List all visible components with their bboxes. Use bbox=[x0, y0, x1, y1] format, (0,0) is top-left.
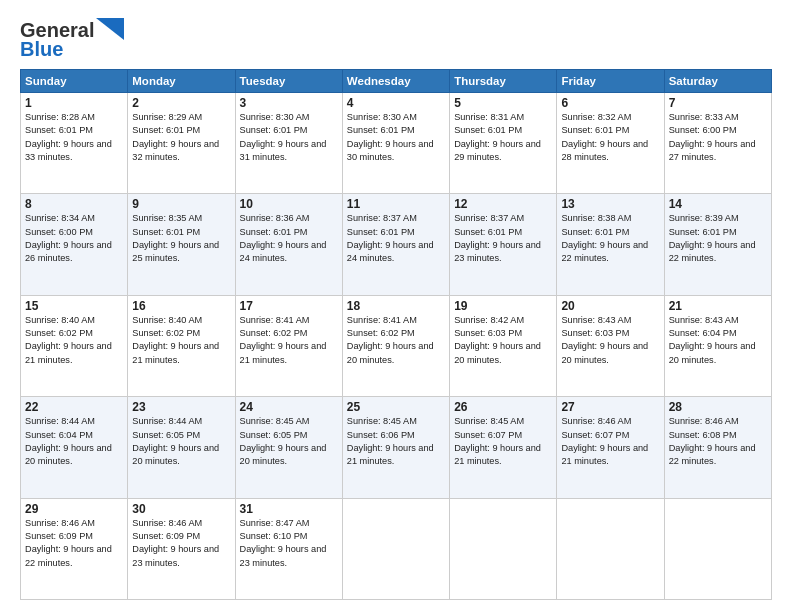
calendar-cell: 15Sunrise: 8:40 AMSunset: 6:02 PMDayligh… bbox=[21, 295, 128, 396]
col-header-monday: Monday bbox=[128, 70, 235, 93]
calendar-cell: 3Sunrise: 8:30 AMSunset: 6:01 PMDaylight… bbox=[235, 93, 342, 194]
calendar-table: SundayMondayTuesdayWednesdayThursdayFrid… bbox=[20, 69, 772, 600]
day-number: 10 bbox=[240, 197, 338, 211]
logo-blue: Blue bbox=[20, 38, 63, 61]
calendar-cell: 1Sunrise: 8:28 AMSunset: 6:01 PMDaylight… bbox=[21, 93, 128, 194]
day-number: 9 bbox=[132, 197, 230, 211]
day-info: Sunrise: 8:44 AMSunset: 6:04 PMDaylight:… bbox=[25, 415, 123, 468]
calendar-cell: 26Sunrise: 8:45 AMSunset: 6:07 PMDayligh… bbox=[450, 397, 557, 498]
calendar-cell: 13Sunrise: 8:38 AMSunset: 6:01 PMDayligh… bbox=[557, 194, 664, 295]
day-info: Sunrise: 8:33 AMSunset: 6:00 PMDaylight:… bbox=[669, 111, 767, 164]
calendar-cell bbox=[342, 498, 449, 599]
day-number: 19 bbox=[454, 299, 552, 313]
day-number: 26 bbox=[454, 400, 552, 414]
day-number: 16 bbox=[132, 299, 230, 313]
day-number: 12 bbox=[454, 197, 552, 211]
calendar-week-5: 29Sunrise: 8:46 AMSunset: 6:09 PMDayligh… bbox=[21, 498, 772, 599]
day-info: Sunrise: 8:32 AMSunset: 6:01 PMDaylight:… bbox=[561, 111, 659, 164]
calendar-cell bbox=[557, 498, 664, 599]
calendar-cell: 7Sunrise: 8:33 AMSunset: 6:00 PMDaylight… bbox=[664, 93, 771, 194]
calendar-week-3: 15Sunrise: 8:40 AMSunset: 6:02 PMDayligh… bbox=[21, 295, 772, 396]
day-info: Sunrise: 8:46 AMSunset: 6:07 PMDaylight:… bbox=[561, 415, 659, 468]
col-header-thursday: Thursday bbox=[450, 70, 557, 93]
day-number: 1 bbox=[25, 96, 123, 110]
day-number: 7 bbox=[669, 96, 767, 110]
day-info: Sunrise: 8:31 AMSunset: 6:01 PMDaylight:… bbox=[454, 111, 552, 164]
day-number: 28 bbox=[669, 400, 767, 414]
day-number: 23 bbox=[132, 400, 230, 414]
day-info: Sunrise: 8:41 AMSunset: 6:02 PMDaylight:… bbox=[347, 314, 445, 367]
day-info: Sunrise: 8:30 AMSunset: 6:01 PMDaylight:… bbox=[240, 111, 338, 164]
day-number: 2 bbox=[132, 96, 230, 110]
calendar-header-row: SundayMondayTuesdayWednesdayThursdayFrid… bbox=[21, 70, 772, 93]
calendar-cell: 31Sunrise: 8:47 AMSunset: 6:10 PMDayligh… bbox=[235, 498, 342, 599]
day-info: Sunrise: 8:41 AMSunset: 6:02 PMDaylight:… bbox=[240, 314, 338, 367]
calendar-cell: 27Sunrise: 8:46 AMSunset: 6:07 PMDayligh… bbox=[557, 397, 664, 498]
calendar-cell: 23Sunrise: 8:44 AMSunset: 6:05 PMDayligh… bbox=[128, 397, 235, 498]
day-info: Sunrise: 8:29 AMSunset: 6:01 PMDaylight:… bbox=[132, 111, 230, 164]
calendar-cell bbox=[664, 498, 771, 599]
day-info: Sunrise: 8:46 AMSunset: 6:08 PMDaylight:… bbox=[669, 415, 767, 468]
calendar-cell: 25Sunrise: 8:45 AMSunset: 6:06 PMDayligh… bbox=[342, 397, 449, 498]
day-info: Sunrise: 8:45 AMSunset: 6:05 PMDaylight:… bbox=[240, 415, 338, 468]
day-info: Sunrise: 8:36 AMSunset: 6:01 PMDaylight:… bbox=[240, 212, 338, 265]
svg-marker-0 bbox=[96, 18, 124, 40]
day-number: 13 bbox=[561, 197, 659, 211]
calendar-cell: 29Sunrise: 8:46 AMSunset: 6:09 PMDayligh… bbox=[21, 498, 128, 599]
calendar-cell: 28Sunrise: 8:46 AMSunset: 6:08 PMDayligh… bbox=[664, 397, 771, 498]
day-info: Sunrise: 8:44 AMSunset: 6:05 PMDaylight:… bbox=[132, 415, 230, 468]
day-number: 31 bbox=[240, 502, 338, 516]
day-number: 30 bbox=[132, 502, 230, 516]
day-number: 8 bbox=[25, 197, 123, 211]
calendar-cell: 9Sunrise: 8:35 AMSunset: 6:01 PMDaylight… bbox=[128, 194, 235, 295]
day-number: 18 bbox=[347, 299, 445, 313]
calendar-cell: 18Sunrise: 8:41 AMSunset: 6:02 PMDayligh… bbox=[342, 295, 449, 396]
calendar-cell bbox=[450, 498, 557, 599]
day-info: Sunrise: 8:37 AMSunset: 6:01 PMDaylight:… bbox=[347, 212, 445, 265]
day-number: 15 bbox=[25, 299, 123, 313]
calendar-cell: 17Sunrise: 8:41 AMSunset: 6:02 PMDayligh… bbox=[235, 295, 342, 396]
day-info: Sunrise: 8:34 AMSunset: 6:00 PMDaylight:… bbox=[25, 212, 123, 265]
col-header-wednesday: Wednesday bbox=[342, 70, 449, 93]
col-header-sunday: Sunday bbox=[21, 70, 128, 93]
day-number: 20 bbox=[561, 299, 659, 313]
day-number: 4 bbox=[347, 96, 445, 110]
calendar-cell: 11Sunrise: 8:37 AMSunset: 6:01 PMDayligh… bbox=[342, 194, 449, 295]
calendar-cell: 2Sunrise: 8:29 AMSunset: 6:01 PMDaylight… bbox=[128, 93, 235, 194]
calendar-cell: 10Sunrise: 8:36 AMSunset: 6:01 PMDayligh… bbox=[235, 194, 342, 295]
day-number: 24 bbox=[240, 400, 338, 414]
calendar-cell: 21Sunrise: 8:43 AMSunset: 6:04 PMDayligh… bbox=[664, 295, 771, 396]
day-info: Sunrise: 8:40 AMSunset: 6:02 PMDaylight:… bbox=[25, 314, 123, 367]
calendar-cell: 30Sunrise: 8:46 AMSunset: 6:09 PMDayligh… bbox=[128, 498, 235, 599]
day-number: 22 bbox=[25, 400, 123, 414]
day-info: Sunrise: 8:45 AMSunset: 6:06 PMDaylight:… bbox=[347, 415, 445, 468]
day-number: 29 bbox=[25, 502, 123, 516]
logo-icon bbox=[96, 18, 124, 40]
day-number: 5 bbox=[454, 96, 552, 110]
calendar-cell: 24Sunrise: 8:45 AMSunset: 6:05 PMDayligh… bbox=[235, 397, 342, 498]
col-header-saturday: Saturday bbox=[664, 70, 771, 93]
day-info: Sunrise: 8:28 AMSunset: 6:01 PMDaylight:… bbox=[25, 111, 123, 164]
logo: General Blue bbox=[20, 18, 124, 61]
day-number: 14 bbox=[669, 197, 767, 211]
day-info: Sunrise: 8:46 AMSunset: 6:09 PMDaylight:… bbox=[132, 517, 230, 570]
day-number: 25 bbox=[347, 400, 445, 414]
day-info: Sunrise: 8:39 AMSunset: 6:01 PMDaylight:… bbox=[669, 212, 767, 265]
calendar-week-4: 22Sunrise: 8:44 AMSunset: 6:04 PMDayligh… bbox=[21, 397, 772, 498]
calendar-cell: 6Sunrise: 8:32 AMSunset: 6:01 PMDaylight… bbox=[557, 93, 664, 194]
col-header-friday: Friday bbox=[557, 70, 664, 93]
day-info: Sunrise: 8:46 AMSunset: 6:09 PMDaylight:… bbox=[25, 517, 123, 570]
day-info: Sunrise: 8:42 AMSunset: 6:03 PMDaylight:… bbox=[454, 314, 552, 367]
day-info: Sunrise: 8:30 AMSunset: 6:01 PMDaylight:… bbox=[347, 111, 445, 164]
day-number: 6 bbox=[561, 96, 659, 110]
calendar-cell: 12Sunrise: 8:37 AMSunset: 6:01 PMDayligh… bbox=[450, 194, 557, 295]
calendar-week-1: 1Sunrise: 8:28 AMSunset: 6:01 PMDaylight… bbox=[21, 93, 772, 194]
col-header-tuesday: Tuesday bbox=[235, 70, 342, 93]
day-info: Sunrise: 8:43 AMSunset: 6:04 PMDaylight:… bbox=[669, 314, 767, 367]
day-number: 11 bbox=[347, 197, 445, 211]
calendar-week-2: 8Sunrise: 8:34 AMSunset: 6:00 PMDaylight… bbox=[21, 194, 772, 295]
day-info: Sunrise: 8:35 AMSunset: 6:01 PMDaylight:… bbox=[132, 212, 230, 265]
day-info: Sunrise: 8:37 AMSunset: 6:01 PMDaylight:… bbox=[454, 212, 552, 265]
day-info: Sunrise: 8:47 AMSunset: 6:10 PMDaylight:… bbox=[240, 517, 338, 570]
calendar-cell: 20Sunrise: 8:43 AMSunset: 6:03 PMDayligh… bbox=[557, 295, 664, 396]
